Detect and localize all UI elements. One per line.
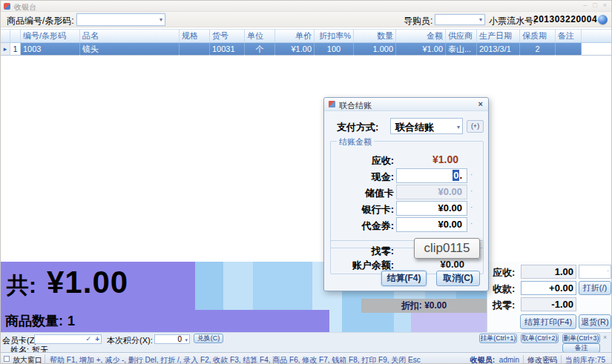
pos-window: 收银台 – □ × 商品编号/条形码: ▾ 导购员: ▾ 小票流水号: 2013… (0, 0, 612, 364)
qty-value: 1 (68, 314, 75, 328)
dialog-cancel-button[interactable]: 取消(C) (436, 271, 480, 286)
row-number: 1 (10, 43, 21, 56)
status-sphere-icon[interactable] (598, 15, 608, 24)
guide-select[interactable]: ▾ (435, 14, 485, 25)
points-label: 本次积分(X): (107, 335, 153, 346)
received-label: 收款: (493, 282, 515, 296)
member-card-input[interactable]: ✓ + (34, 334, 102, 344)
dropdown-icon[interactable]: ▾ (185, 336, 188, 344)
stored-card-input: ¥0.00 (396, 185, 467, 199)
cashier-value: admin (499, 356, 519, 364)
title-bar: 收银台 – □ × (1, 1, 611, 12)
maximize-icon[interactable]: □ (593, 1, 596, 9)
cell-code[interactable]: 1003 (21, 43, 80, 56)
discount-value: ¥0.00 (424, 300, 447, 311)
return-button[interactable]: 退货(R) (579, 314, 611, 329)
dropdown-icon[interactable]: ▾ (457, 124, 460, 130)
cash-input[interactable]: 0. (396, 168, 467, 183)
header-qty[interactable]: 数量 (354, 30, 396, 42)
panel-close-icon[interactable]: × (603, 334, 607, 341)
discount-button[interactable]: 打折(/) (579, 281, 611, 295)
cell-price[interactable]: ¥1.00 (275, 43, 315, 56)
cashier-label: 收银员: (470, 356, 495, 364)
cell-discount-rate[interactable]: 100 (315, 43, 354, 56)
header-unit[interactable]: 单位 (245, 30, 275, 42)
dialog-settle-button[interactable]: 结算(F4) (381, 271, 427, 286)
pay-method-label: 支付方式: (337, 121, 378, 134)
change-field[interactable]: -1.00 (521, 297, 576, 311)
stored-card-label: 储值卡 (331, 187, 394, 200)
dlg-receivable-value: ¥1.00 (396, 153, 467, 165)
receivable-field[interactable]: 1.00 (521, 265, 576, 279)
dropdown-dot-icon[interactable]: · (470, 171, 473, 179)
total-value: ¥1.00 (47, 265, 128, 300)
dropdown-dot-icon[interactable]: · (470, 203, 473, 211)
retrieve-order-button[interactable]: 取单(Ctrl+2) (521, 334, 559, 343)
cell-itemno[interactable]: 10031 (210, 43, 245, 56)
settle-amount-group: 结账金额 应收: ¥1.00 现金: 0. · 储值卡 ¥0.00 · 银行卡:… (330, 141, 484, 248)
exchange-button[interactable]: 兑换(C) (194, 334, 223, 343)
header-spec[interactable]: 规格 (180, 30, 210, 42)
header-shelf-life[interactable]: 保质期 (520, 30, 556, 42)
header-prod-date[interactable]: 生产日期 (477, 30, 520, 42)
member-bar: 会员卡(Z): ✓ + 本次积分(X): 0 ▾ 兑换(C) 挂单(Ctrl+1… (1, 332, 611, 352)
cell-prod-date[interactable]: 2013/3/1 (477, 43, 520, 56)
cell-unit[interactable]: 个 (245, 43, 275, 56)
cash-suffix-text: . (459, 170, 462, 181)
cell-supplier[interactable]: 泰山... (446, 43, 477, 56)
header-discount-rate[interactable]: 折扣率% (315, 30, 354, 42)
window-controls: – □ × (583, 1, 607, 9)
cell-remark[interactable] (556, 43, 582, 56)
barcode-label: 商品编号/条形码: (7, 15, 74, 27)
cell-spec[interactable] (180, 43, 210, 56)
voucher-input[interactable]: ¥0.00 (396, 217, 467, 232)
dlg-receivable-label: 应收: (331, 154, 394, 168)
header-name[interactable]: 品名 (80, 30, 180, 42)
group-title: 结账金额 (337, 136, 374, 148)
dialog-close-icon[interactable]: × (478, 99, 483, 108)
header-price[interactable]: 单价 (275, 30, 315, 42)
item-count-line: 商品数量:1 (5, 312, 79, 330)
pay-method-select[interactable]: 联合结账 ▾ (390, 118, 463, 134)
minimize-icon[interactable]: – (583, 1, 587, 9)
dropdown-dot-icon: · (607, 267, 609, 274)
dropdown-dot-icon[interactable]: · (470, 219, 473, 228)
header-remark[interactable]: 备注 (556, 30, 582, 42)
receipt-label: 小票流水号: (489, 15, 536, 27)
separator (45, 354, 45, 363)
header-itemno[interactable]: 货号 (210, 30, 245, 42)
cell-name[interactable]: 镜头 (80, 43, 180, 56)
barcode-input[interactable]: ▾ (76, 13, 165, 26)
current-stock: 当前库存:75 (561, 355, 609, 364)
plus-icon[interactable]: + (95, 335, 99, 343)
zoom-window-label: 放大窗口 (13, 355, 42, 364)
side-combo[interactable]: · (579, 265, 611, 279)
hold-order-button[interactable]: 挂单(Ctrl+1) (479, 334, 517, 343)
dialog-title-bar[interactable]: 联合结账 × (324, 98, 488, 111)
points-input[interactable]: 0 ▾ (154, 334, 190, 344)
bank-card-input[interactable]: ¥0.00 (396, 201, 467, 216)
settle-print-button[interactable]: 结算打印(F4) (520, 314, 576, 329)
header-code[interactable]: 编号/条形码 (21, 30, 80, 42)
delete-order-button[interactable]: 删单(Ctrl+3) (562, 334, 600, 343)
balance-value: ¥0.00 (396, 259, 464, 270)
pay-method-value: 联合结账 (395, 121, 434, 134)
cell-amount[interactable]: ¥1.00 (396, 43, 446, 56)
add-pay-method-button[interactable]: (+) (467, 120, 484, 133)
header-amount[interactable]: 金额 (396, 30, 446, 42)
header-supplier[interactable]: 供应商 (446, 30, 477, 42)
cell-filler (582, 43, 612, 56)
cell-shelf-life[interactable]: 2 (520, 43, 556, 56)
cell-qty[interactable]: 1.000 (354, 43, 396, 56)
change-password-link[interactable]: 修改密码 (523, 355, 561, 364)
window-title: 收银台 (14, 2, 36, 13)
dropdown-icon[interactable]: ▾ (479, 16, 482, 23)
zoom-window-checkbox[interactable] (4, 356, 10, 362)
received-field[interactable]: +0.00 (521, 281, 576, 295)
dropdown-icon[interactable]: ▾ (159, 16, 162, 23)
table-row[interactable]: ▸ 1 1003 镜头 10031 个 ¥1.00 100 1.000 ¥1.0… (1, 43, 612, 56)
check-icon[interactable]: ✓ (85, 335, 91, 343)
close-icon[interactable]: × (603, 1, 607, 9)
payment-summary-panel: 应收: 1.00 · 收款: +0.00 打折(/) 找零: -1.00 结算打… (487, 262, 612, 332)
cash-label: 现金: (331, 171, 394, 184)
